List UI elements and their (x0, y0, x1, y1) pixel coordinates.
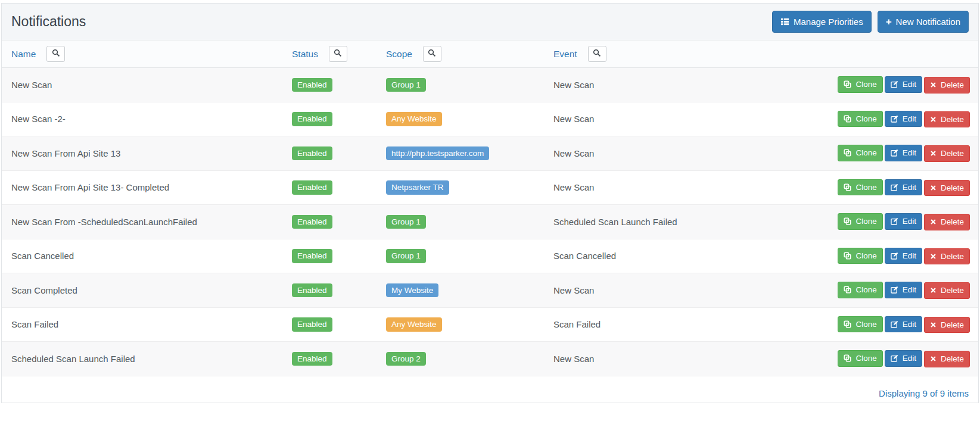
status-badge: Enabled (292, 215, 332, 229)
displaying-items-status: Displaying 9 of 9 items (879, 388, 969, 398)
status-cell: Enabled (282, 102, 377, 136)
header-actions: Manage Priorities + New Notification (772, 11, 969, 33)
status-badge: Enabled (292, 146, 332, 161)
notification-event: New Scan (544, 136, 792, 171)
table-footer: Displaying 9 of 9 items (2, 376, 978, 404)
scope-search-button[interactable] (423, 46, 441, 62)
column-header-event: Event (544, 40, 792, 68)
edit-icon (891, 217, 898, 225)
notification-name: Scheduled Scan Launch Failed (2, 342, 282, 376)
delete-button[interactable]: Delete (924, 248, 970, 265)
table-row: Scan CancelledEnabledGroup 1Scan Cancell… (2, 239, 978, 273)
scope-cell: Any Website (377, 102, 544, 136)
status-search-button[interactable] (329, 46, 347, 62)
edit-icon (891, 183, 898, 191)
status-cell: Enabled (282, 239, 377, 273)
clone-button[interactable]: Clone (838, 282, 882, 298)
edit-button[interactable]: Edit (885, 213, 922, 230)
name-column-label[interactable]: Name (11, 49, 36, 60)
delete-button[interactable]: Delete (924, 214, 970, 230)
delete-icon (930, 253, 937, 260)
clone-button[interactable]: Clone (838, 248, 882, 264)
row-actions: CloneEditDelete (792, 239, 978, 273)
column-header-scope: Scope (377, 40, 544, 68)
row-actions: CloneEditDelete (792, 205, 978, 239)
scope-badge: Group 1 (386, 215, 426, 229)
edit-icon (891, 320, 898, 328)
clone-button[interactable]: Clone (838, 213, 882, 230)
event-column-label[interactable]: Event (553, 49, 577, 60)
edit-button[interactable]: Edit (885, 350, 922, 367)
delete-button[interactable]: Delete (924, 282, 970, 299)
row-actions: CloneEditDelete (792, 273, 978, 308)
table-row: New ScanEnabledGroup 1New ScanCloneEditD… (2, 68, 978, 102)
column-header-name: Name (2, 40, 282, 68)
status-column-label[interactable]: Status (292, 49, 318, 60)
edit-button[interactable]: Edit (885, 111, 922, 127)
delete-button[interactable]: Delete (924, 351, 970, 367)
clone-button[interactable]: Clone (838, 111, 882, 127)
edit-button[interactable]: Edit (885, 316, 922, 333)
status-badge: Enabled (292, 249, 332, 263)
delete-button[interactable]: Delete (924, 145, 970, 162)
delete-button[interactable]: Delete (924, 317, 970, 333)
clone-icon (844, 149, 851, 157)
clone-button[interactable]: Clone (838, 179, 882, 196)
delete-button[interactable]: Delete (924, 77, 970, 93)
notification-event: New Scan (544, 273, 792, 308)
search-icon (334, 49, 342, 59)
scope-cell: Group 1 (377, 239, 544, 273)
clone-button[interactable]: Clone (838, 145, 882, 161)
scope-cell: My Website (377, 273, 544, 308)
scope-cell: Netpsarker TR (377, 170, 544, 205)
clone-button[interactable]: Clone (838, 316, 882, 333)
event-search-button[interactable] (588, 46, 606, 62)
clone-icon (844, 183, 851, 191)
column-header-status: Status (282, 40, 377, 68)
page-title: Notifications (11, 14, 86, 30)
name-search-button[interactable] (46, 46, 65, 62)
scope-badge: Any Website (386, 112, 442, 126)
row-actions: CloneEditDelete (792, 307, 978, 342)
notification-name: New Scan From Api Site 13 (2, 136, 282, 171)
status-badge: Enabled (292, 317, 332, 332)
status-cell: Enabled (282, 170, 377, 205)
new-notification-button[interactable]: + New Notification (878, 11, 969, 33)
notifications-table-body: New ScanEnabledGroup 1New ScanCloneEditD… (2, 68, 978, 376)
status-badge: Enabled (292, 78, 332, 92)
scope-cell: Any Website (377, 307, 544, 342)
table-header: Name Status (2, 40, 978, 68)
delete-icon (930, 322, 937, 328)
clone-icon (844, 115, 851, 123)
table-row: New Scan From Api Site 13- CompletedEnab… (2, 170, 978, 205)
manage-priorities-button[interactable]: Manage Priorities (772, 11, 872, 33)
clone-icon (844, 354, 851, 362)
notification-name: Scan Failed (2, 307, 282, 342)
edit-button[interactable]: Edit (885, 145, 922, 161)
notifications-page: Notifications Manage Priorities + New No… (1, 3, 979, 403)
notification-event: New Scan (544, 170, 792, 205)
delete-button[interactable]: Delete (924, 111, 970, 128)
status-cell: Enabled (282, 68, 377, 102)
delete-button[interactable]: Delete (924, 180, 970, 197)
edit-button[interactable]: Edit (885, 179, 922, 196)
edit-icon (891, 354, 898, 362)
edit-button[interactable]: Edit (885, 282, 922, 298)
row-actions: CloneEditDelete (792, 342, 978, 376)
status-badge: Enabled (292, 112, 332, 126)
column-header-actions (792, 40, 978, 68)
edit-icon (891, 252, 898, 260)
status-badge: Enabled (292, 180, 332, 195)
scope-badge: Group 1 (386, 78, 426, 92)
scope-badge: http://php.testsparker.com (386, 146, 489, 161)
delete-icon (930, 150, 937, 157)
table-row: Scan FailedEnabledAny WebsiteScan Failed… (2, 307, 978, 342)
scope-column-label[interactable]: Scope (386, 49, 412, 60)
clone-button[interactable]: Clone (838, 76, 882, 93)
status-cell: Enabled (282, 136, 377, 171)
edit-button[interactable]: Edit (885, 76, 922, 93)
edit-button[interactable]: Edit (885, 248, 922, 264)
search-icon (428, 49, 436, 59)
search-icon (52, 49, 60, 59)
clone-button[interactable]: Clone (838, 350, 882, 367)
